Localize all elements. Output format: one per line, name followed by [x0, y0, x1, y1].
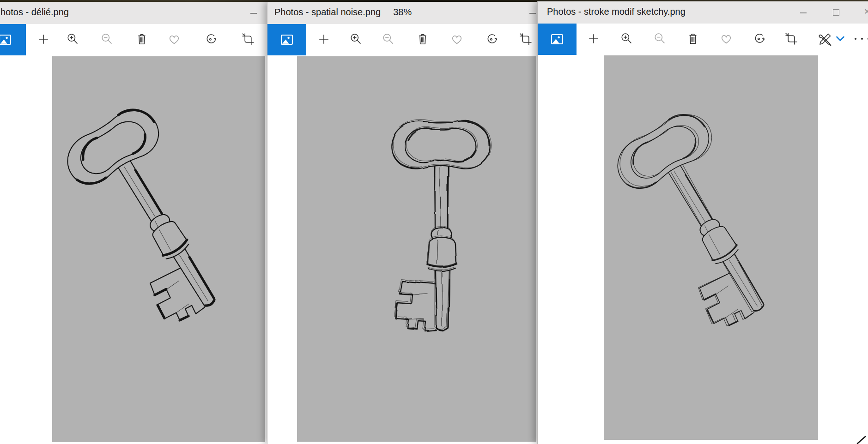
zoom-in-icon[interactable] — [619, 32, 633, 46]
zoom-in-icon[interactable] — [66, 32, 79, 46]
rotate-icon[interactable] — [753, 32, 766, 46]
photo-viewer-body — [538, 55, 868, 444]
add-icon[interactable] — [587, 32, 601, 46]
zoom-in-icon[interactable] — [349, 32, 363, 46]
window-title: hotos - délié.png — [0, 7, 69, 18]
rotate-icon[interactable] — [485, 32, 499, 46]
desktop: hotos - délié.png — [0, 0, 868, 444]
rotate-icon[interactable] — [204, 32, 218, 46]
key-drawing-delie — [52, 56, 265, 442]
maximize-button[interactable] — [833, 9, 839, 16]
delete-icon[interactable] — [135, 32, 149, 46]
minimize-button[interactable] — [800, 12, 807, 13]
key-drawing-sketchy — [604, 55, 818, 440]
favorite-icon[interactable] — [450, 32, 464, 46]
crop-icon[interactable] — [784, 32, 798, 46]
delete-icon[interactable] — [416, 32, 430, 46]
window-title: Photos - stroke modif sketchy.png — [547, 6, 686, 17]
minimize-button[interactable] — [529, 13, 536, 14]
crop-icon[interactable] — [241, 32, 255, 46]
photos-window-delie: hotos - délié.png — [0, 2, 267, 444]
minimize-button[interactable] — [250, 13, 257, 14]
more-icon[interactable] — [853, 32, 868, 46]
photo-viewer-body — [0, 55, 267, 444]
toolbar — [0, 24, 267, 55]
photo-canvas-sketchy[interactable] — [604, 55, 818, 440]
toolbar — [538, 24, 868, 55]
close-button[interactable]: ✕ — [864, 7, 868, 17]
see-all-photos-button[interactable] — [0, 24, 26, 55]
see-all-photos-button[interactable] — [538, 24, 577, 55]
favorite-icon[interactable] — [719, 32, 733, 46]
crop-icon[interactable] — [519, 32, 533, 46]
titlebar[interactable]: Photos - stroke modif sketchy.png ✕ — [538, 1, 868, 24]
zoom-out-icon[interactable] — [100, 32, 114, 46]
pen-cursor-mark — [856, 436, 867, 444]
photo-viewer-body — [267, 55, 538, 444]
photos-window-sketchy: Photos - stroke modif sketchy.png ✕ — [537, 1, 868, 444]
key-drawing-spatial-noise — [297, 56, 536, 442]
zoom-level-indicator: 38% — [393, 7, 412, 17]
photo-canvas-spatial-noise[interactable] — [297, 56, 536, 442]
titlebar[interactable]: Photos - spatial noise.png38% — [267, 2, 538, 24]
photos-window-spatial-noise: Photos - spatial noise.png38% — [267, 2, 538, 444]
photo-gallery-icon — [279, 32, 295, 48]
zoom-out-icon[interactable] — [653, 32, 667, 46]
see-all-photos-button[interactable] — [267, 24, 306, 55]
photo-gallery-icon — [0, 32, 26, 48]
delete-icon[interactable] — [686, 32, 700, 46]
toolbar — [267, 24, 538, 55]
zoom-out-icon[interactable] — [381, 32, 395, 46]
add-icon[interactable] — [36, 32, 50, 46]
photo-canvas-delie[interactable] — [52, 56, 265, 442]
edit-draw-icon[interactable] — [817, 32, 833, 46]
add-icon[interactable] — [317, 32, 331, 46]
photo-gallery-icon — [549, 31, 565, 47]
titlebar[interactable]: hotos - délié.png — [0, 2, 267, 24]
favorite-icon[interactable] — [167, 32, 181, 46]
chevron-down-icon[interactable] — [836, 36, 845, 49]
window-title: Photos - spatial noise.png38% — [274, 7, 412, 18]
